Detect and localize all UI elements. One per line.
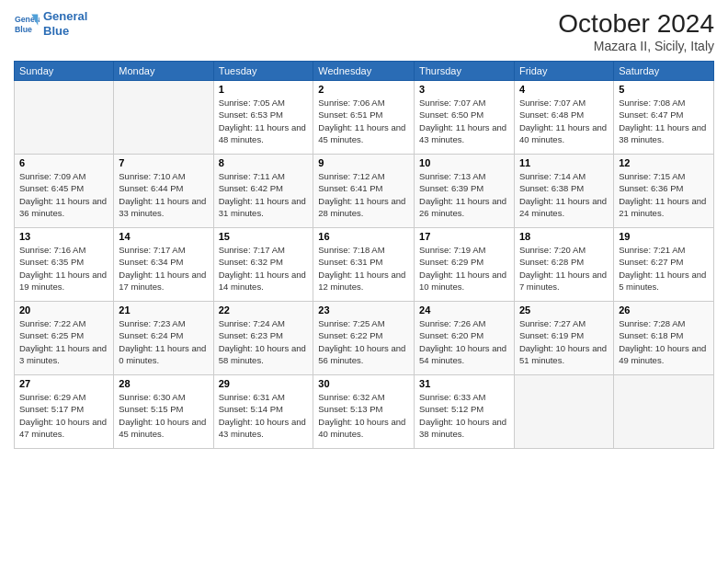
day-info: Sunrise: 7:21 AM Sunset: 6:27 PM Dayligh… (619, 244, 709, 293)
day-number: 16 (318, 231, 409, 242)
day-info: Sunrise: 7:25 AM Sunset: 6:22 PM Dayligh… (318, 317, 409, 366)
day-info: Sunrise: 6:29 AM Sunset: 5:17 PM Dayligh… (19, 391, 108, 440)
weekday-header: Thursday (415, 62, 515, 81)
day-info: Sunrise: 7:16 AM Sunset: 6:35 PM Dayligh… (19, 244, 108, 293)
day-info: Sunrise: 7:10 AM Sunset: 6:44 PM Dayligh… (119, 170, 208, 219)
day-info: Sunrise: 7:06 AM Sunset: 6:51 PM Dayligh… (318, 97, 409, 145)
page: General Blue General Blue October 2024 M… (0, 0, 728, 563)
calendar-cell: 3Sunrise: 7:07 AM Sunset: 6:50 PM Daylig… (415, 81, 515, 155)
logo-text: General Blue (43, 9, 87, 38)
calendar-table: SundayMondayTuesdayWednesdayThursdayFrid… (14, 61, 714, 449)
day-info: Sunrise: 7:15 AM Sunset: 6:36 PM Dayligh… (619, 170, 709, 219)
calendar-cell: 26Sunrise: 7:28 AM Sunset: 6:18 PM Dayli… (614, 302, 714, 375)
day-number: 20 (19, 304, 108, 316)
calendar-cell: 20Sunrise: 7:22 AM Sunset: 6:25 PM Dayli… (15, 302, 114, 375)
calendar-cell: 31Sunrise: 6:33 AM Sunset: 5:12 PM Dayli… (415, 375, 515, 449)
day-info: Sunrise: 6:30 AM Sunset: 5:15 PM Dayligh… (119, 391, 208, 440)
calendar-cell: 16Sunrise: 7:18 AM Sunset: 6:31 PM Dayli… (313, 228, 415, 302)
day-info: Sunrise: 7:20 AM Sunset: 6:28 PM Dayligh… (519, 244, 609, 293)
day-number: 23 (318, 304, 409, 316)
calendar-header-row: SundayMondayTuesdayWednesdayThursdayFrid… (15, 62, 714, 81)
weekday-header: Tuesday (213, 62, 313, 81)
calendar-cell: 7Sunrise: 7:10 AM Sunset: 6:44 PM Daylig… (114, 155, 213, 228)
calendar-cell: 2Sunrise: 7:06 AM Sunset: 6:51 PM Daylig… (313, 81, 415, 155)
day-info: Sunrise: 6:32 AM Sunset: 5:13 PM Dayligh… (318, 391, 409, 440)
calendar-cell: 23Sunrise: 7:25 AM Sunset: 6:22 PM Dayli… (313, 302, 415, 375)
day-info: Sunrise: 7:17 AM Sunset: 6:32 PM Dayligh… (219, 244, 309, 293)
calendar-cell: 6Sunrise: 7:09 AM Sunset: 6:45 PM Daylig… (15, 155, 114, 228)
day-number: 19 (619, 231, 709, 242)
month-title: October 2024 (558, 9, 714, 39)
day-number: 12 (619, 157, 709, 168)
calendar-cell: 10Sunrise: 7:13 AM Sunset: 6:39 PM Dayli… (415, 155, 515, 228)
calendar-cell: 29Sunrise: 6:31 AM Sunset: 5:14 PM Dayli… (213, 375, 313, 449)
day-info: Sunrise: 7:18 AM Sunset: 6:31 PM Dayligh… (318, 244, 409, 293)
day-number: 9 (318, 157, 409, 168)
day-number: 24 (419, 304, 509, 316)
weekday-header: Monday (114, 62, 213, 81)
calendar-cell: 30Sunrise: 6:32 AM Sunset: 5:13 PM Dayli… (313, 375, 415, 449)
day-number: 8 (219, 157, 309, 168)
day-info: Sunrise: 7:26 AM Sunset: 6:20 PM Dayligh… (419, 317, 509, 366)
calendar-cell (15, 81, 114, 155)
day-number: 10 (419, 157, 509, 168)
calendar-cell: 8Sunrise: 7:11 AM Sunset: 6:42 PM Daylig… (213, 155, 313, 228)
calendar-cell: 19Sunrise: 7:21 AM Sunset: 6:27 PM Dayli… (614, 228, 714, 302)
day-number: 6 (19, 157, 108, 168)
weekday-header: Friday (514, 62, 613, 81)
calendar-cell: 13Sunrise: 7:16 AM Sunset: 6:35 PM Dayli… (15, 228, 114, 302)
title-block: October 2024 Mazara II, Sicily, Italy (558, 9, 714, 53)
calendar-cell: 11Sunrise: 7:14 AM Sunset: 6:38 PM Dayli… (514, 155, 613, 228)
day-number: 17 (419, 231, 509, 242)
day-info: Sunrise: 7:22 AM Sunset: 6:25 PM Dayligh… (19, 317, 108, 366)
calendar-cell: 18Sunrise: 7:20 AM Sunset: 6:28 PM Dayli… (514, 228, 613, 302)
calendar-cell: 12Sunrise: 7:15 AM Sunset: 6:36 PM Dayli… (614, 155, 714, 228)
day-info: Sunrise: 7:19 AM Sunset: 6:29 PM Dayligh… (419, 244, 509, 293)
calendar-cell: 25Sunrise: 7:27 AM Sunset: 6:19 PM Dayli… (514, 302, 613, 375)
logo: General Blue General Blue (14, 9, 87, 38)
calendar-cell: 5Sunrise: 7:08 AM Sunset: 6:47 PM Daylig… (614, 81, 714, 155)
header: General Blue General Blue October 2024 M… (14, 9, 714, 53)
day-info: Sunrise: 7:23 AM Sunset: 6:24 PM Dayligh… (119, 317, 208, 366)
calendar-cell: 27Sunrise: 6:29 AM Sunset: 5:17 PM Dayli… (15, 375, 114, 449)
weekday-header: Sunday (15, 62, 114, 81)
calendar-cell: 22Sunrise: 7:24 AM Sunset: 6:23 PM Dayli… (213, 302, 313, 375)
day-number: 25 (519, 304, 609, 316)
svg-text:Blue: Blue (15, 24, 32, 33)
day-info: Sunrise: 7:07 AM Sunset: 6:48 PM Dayligh… (519, 97, 609, 145)
day-number: 2 (318, 84, 409, 95)
day-number: 1 (219, 84, 309, 95)
day-number: 13 (19, 231, 108, 242)
day-info: Sunrise: 7:11 AM Sunset: 6:42 PM Dayligh… (219, 170, 309, 219)
day-number: 7 (119, 157, 208, 168)
weekday-header: Wednesday (313, 62, 415, 81)
day-number: 21 (119, 304, 208, 316)
logo-blue: Blue (43, 24, 69, 38)
day-number: 5 (619, 84, 709, 95)
calendar-cell: 1Sunrise: 7:05 AM Sunset: 6:53 PM Daylig… (213, 81, 313, 155)
logo-icon: General Blue (14, 11, 40, 37)
calendar-cell: 14Sunrise: 7:17 AM Sunset: 6:34 PM Dayli… (114, 228, 213, 302)
day-info: Sunrise: 6:31 AM Sunset: 5:14 PM Dayligh… (219, 391, 309, 440)
day-info: Sunrise: 7:14 AM Sunset: 6:38 PM Dayligh… (519, 170, 609, 219)
day-info: Sunrise: 7:08 AM Sunset: 6:47 PM Dayligh… (619, 97, 709, 145)
day-number: 31 (419, 378, 509, 389)
day-number: 14 (119, 231, 208, 242)
day-number: 15 (219, 231, 309, 242)
day-info: Sunrise: 7:28 AM Sunset: 6:18 PM Dayligh… (619, 317, 709, 366)
calendar-cell: 15Sunrise: 7:17 AM Sunset: 6:32 PM Dayli… (213, 228, 313, 302)
day-info: Sunrise: 7:24 AM Sunset: 6:23 PM Dayligh… (219, 317, 309, 366)
day-number: 18 (519, 231, 609, 242)
calendar-cell: 4Sunrise: 7:07 AM Sunset: 6:48 PM Daylig… (514, 81, 613, 155)
calendar-cell: 21Sunrise: 7:23 AM Sunset: 6:24 PM Dayli… (114, 302, 213, 375)
day-info: Sunrise: 7:07 AM Sunset: 6:50 PM Dayligh… (419, 97, 509, 145)
day-info: Sunrise: 7:05 AM Sunset: 6:53 PM Dayligh… (219, 97, 309, 145)
day-info: Sunrise: 7:27 AM Sunset: 6:19 PM Dayligh… (519, 317, 609, 366)
day-info: Sunrise: 7:13 AM Sunset: 6:39 PM Dayligh… (419, 170, 509, 219)
day-number: 30 (318, 378, 409, 389)
day-number: 27 (19, 378, 108, 389)
day-info: Sunrise: 7:12 AM Sunset: 6:41 PM Dayligh… (318, 170, 409, 219)
calendar-cell (614, 375, 714, 449)
calendar-cell: 17Sunrise: 7:19 AM Sunset: 6:29 PM Dayli… (415, 228, 515, 302)
day-number: 26 (619, 304, 709, 316)
